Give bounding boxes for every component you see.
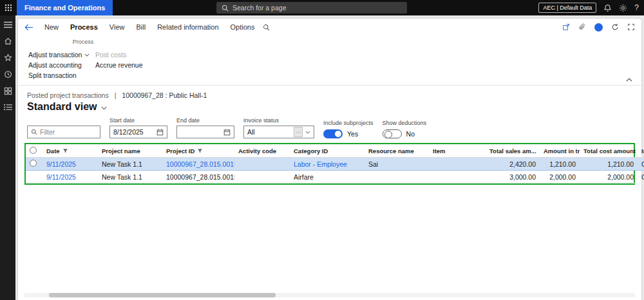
quick-filter-field (27, 126, 100, 138)
app-window: Finance and Operations Search for a page… (0, 0, 644, 300)
page-card: New Process View Bill Related informatio… (18, 19, 641, 300)
gear-icon (619, 4, 627, 12)
hamburger-icon (4, 21, 12, 28)
expand-menu-button[interactable] (4, 21, 12, 28)
split-transaction-button[interactable]: Split transaction (28, 71, 77, 79)
recent-button[interactable] (4, 70, 12, 79)
column-header-item[interactable]: Item (429, 144, 486, 158)
calendar-icon[interactable] (223, 129, 231, 136)
table-row[interactable]: 9/11/2025 New Task 1.1 10000967_28.015.0… (26, 158, 644, 171)
share-icon (562, 23, 570, 31)
column-header-invoice-status[interactable]: Invoice st (641, 147, 644, 155)
breadcrumb-section[interactable]: Posted project transactions (27, 91, 109, 99)
invoice-status-combo[interactable]: All ⋯ (243, 126, 314, 138)
collapse-ribbon-button[interactable] (626, 78, 632, 82)
date-link[interactable]: 9/11/2025 (46, 173, 76, 181)
back-button[interactable] (24, 24, 33, 31)
notifications-button[interactable] (603, 4, 612, 12)
total-cost-cell: 1,210.00 (580, 158, 638, 171)
attachment-icon (578, 23, 586, 31)
settings-button[interactable] (619, 4, 627, 12)
view-selector[interactable]: Standard view (27, 101, 632, 113)
show-deductions-toggle[interactable] (383, 129, 402, 138)
start-date-input[interactable] (113, 128, 154, 136)
show-deductions-value: No (406, 130, 415, 138)
search-icon (31, 129, 37, 135)
home-button[interactable] (4, 37, 12, 45)
tab-view[interactable]: View (104, 21, 131, 33)
end-date-input[interactable] (180, 128, 221, 136)
tab-related-information[interactable]: Related information (151, 21, 224, 33)
include-subprojects-toggle[interactable] (323, 129, 343, 138)
adjust-transaction-button[interactable]: Adjust transaction (28, 51, 90, 59)
tab-new[interactable]: New (39, 21, 64, 33)
app-title[interactable]: Finance and Operations (17, 0, 113, 15)
column-header-project-name[interactable]: Project name (98, 144, 162, 158)
activity-code-cell (234, 171, 290, 183)
attachments-button[interactable] (578, 23, 586, 31)
post-costs-button[interactable]: Post costs (95, 51, 126, 59)
start-date-field: Start date (109, 117, 167, 138)
calendar-icon[interactable] (156, 129, 164, 136)
workspaces-button[interactable] (4, 87, 12, 95)
category-id-link[interactable]: Labor - Employee (294, 160, 347, 168)
breadcrumb: Posted project transactions | 10000967_2… (27, 91, 632, 99)
waffle-icon (5, 4, 12, 12)
column-header-project-id[interactable]: Project ID (166, 147, 194, 155)
include-subprojects-label: Include subprojects (323, 120, 374, 126)
column-header-activity-code[interactable]: Activity code (234, 144, 290, 158)
column-header-category-id[interactable]: Category ID (290, 144, 365, 158)
table-row[interactable]: 9/11/2025 New Task 1.1 10000967_28.015.0… (26, 171, 644, 183)
filter-input[interactable] (40, 128, 97, 136)
row-select-radio[interactable] (30, 160, 37, 167)
item-cell (429, 158, 486, 171)
favorites-button[interactable] (4, 53, 12, 62)
column-header-amount-in-transaction[interactable]: Amount in tra... (540, 144, 580, 158)
date-link[interactable]: 9/11/2025 (46, 160, 76, 168)
expand-icon (627, 23, 635, 31)
select-all-radio[interactable] (30, 147, 37, 154)
amount-in-transaction-cell: 2,000.00 (540, 171, 580, 183)
nav-sidebar (0, 15, 15, 300)
search-icon (222, 5, 229, 12)
tab-options[interactable]: Options (225, 21, 261, 33)
page-search-box[interactable]: Search for a page (216, 2, 407, 14)
item-cell (429, 171, 486, 183)
column-header-total-cost[interactable]: Total cost amount (580, 144, 638, 158)
column-header-date[interactable]: Date (46, 147, 60, 155)
messages-badge[interactable] (594, 23, 603, 32)
invoice-status-flyout-button[interactable]: ⋯ (294, 127, 303, 137)
accrue-revenue-button[interactable]: Accrue revenue (95, 61, 143, 69)
horizontal-scrollbar[interactable] (24, 293, 635, 297)
refresh-button[interactable] (611, 23, 619, 31)
chevron-down-icon[interactable] (305, 131, 310, 134)
share-button[interactable] (562, 23, 570, 31)
top-bar: Finance and Operations Search for a page… (0, 0, 644, 15)
column-header-resource-name[interactable]: Resource name (365, 144, 429, 158)
scrollbar-thumb[interactable] (49, 293, 276, 297)
modules-button[interactable] (4, 104, 12, 111)
app-launcher-button[interactable] (0, 0, 17, 15)
action-search-button[interactable] (263, 24, 270, 31)
column-header-total-sales[interactable]: Total sales am... (486, 144, 540, 158)
project-id-link[interactable]: 10000967_28.015.0015 (166, 160, 234, 168)
activity-code-cell (234, 158, 290, 171)
chevron-up-icon (626, 78, 632, 82)
tab-process[interactable]: Process (64, 21, 104, 33)
filter-funnel-icon[interactable] (62, 148, 68, 154)
environment-badge[interactable]: AEC | Default Data (538, 3, 596, 13)
adjust-accounting-button[interactable]: Adjust accounting (28, 61, 82, 69)
invoice-status-field: Invoice status All ⋯ (243, 117, 314, 138)
tab-bill[interactable]: Bill (130, 21, 151, 33)
filter-input-wrap (27, 126, 100, 138)
fullscreen-button[interactable] (627, 23, 635, 31)
total-sales-cell: 3,000.00 (486, 171, 540, 183)
page-search-placeholder: Search for a page (232, 4, 286, 12)
category-id-cell: Airfare (290, 171, 365, 183)
filter-funnel-icon[interactable] (197, 148, 203, 154)
help-button[interactable]: ? (634, 3, 639, 12)
ribbon-process-group: Process Adjust transaction Post costs Ad… (18, 35, 641, 86)
total-sales-cell: 2,420.00 (486, 158, 540, 171)
end-date-label: End date (176, 117, 234, 124)
project-name-cell: New Task 1.1 (98, 158, 162, 171)
